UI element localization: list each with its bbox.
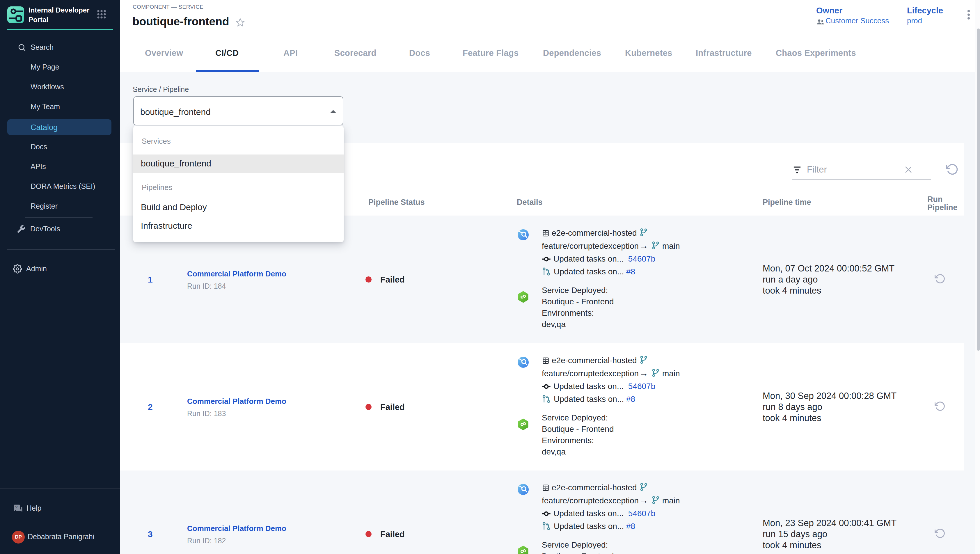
svg-text:?: ? (15, 505, 18, 509)
